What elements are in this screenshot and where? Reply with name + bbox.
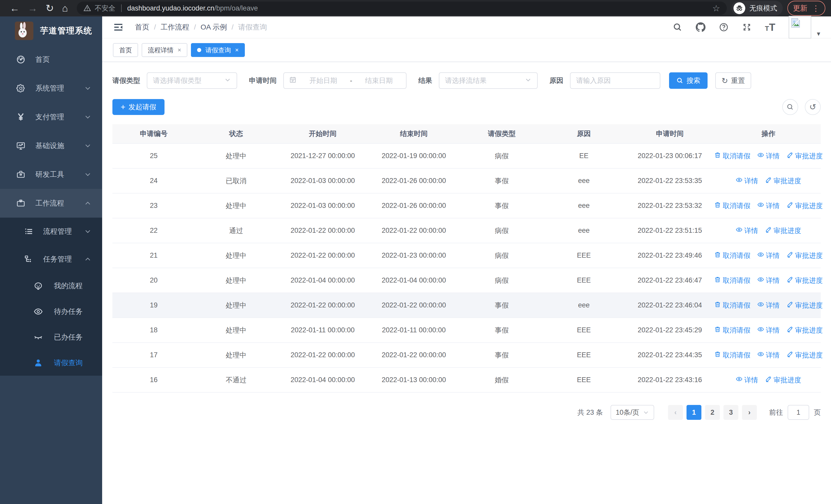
progress-action-link[interactable]: 审批进度 xyxy=(786,326,823,335)
sidebar-item-首页[interactable]: 首页 xyxy=(0,45,102,74)
search-button[interactable]: 搜索 xyxy=(669,72,708,89)
table-row: 18处理中2022-01-11 00:00:002022-01-11 00:00… xyxy=(112,318,821,343)
avatar-dropdown-icon[interactable]: ▾ xyxy=(817,30,820,38)
font-size-icon[interactable]: TT xyxy=(765,22,775,33)
sidebar-item-请假查询[interactable]: 请假查询 xyxy=(0,350,102,376)
detail-action-link[interactable]: 详情 xyxy=(736,226,758,235)
create-leave-button[interactable]: + 发起请假 xyxy=(112,99,165,115)
cell-status: 处理中 xyxy=(195,351,277,360)
cell-reason: EE xyxy=(544,152,624,160)
cancel-action-link[interactable]: 取消请假 xyxy=(714,276,750,285)
trash-icon xyxy=(714,276,721,285)
cell-status: 已取消 xyxy=(195,176,277,185)
page-size-select[interactable]: 10条/页 xyxy=(610,405,654,420)
search-icon[interactable] xyxy=(672,22,682,32)
sidebar-item-研发工具[interactable]: 研发工具 xyxy=(0,160,102,189)
incognito-badge: 无痕模式 xyxy=(732,1,783,16)
avatar[interactable] xyxy=(789,16,811,38)
cancel-action-link[interactable]: 取消请假 xyxy=(714,151,750,161)
tab-请假查询[interactable]: 请假查询× xyxy=(191,43,245,57)
page-button-3[interactable]: 3 xyxy=(723,405,738,420)
goto-page-input[interactable] xyxy=(787,405,809,420)
address-bar[interactable]: 不安全 dashboard.yudao.iocoder.cn/bpm/oa/le… xyxy=(77,2,727,15)
page-button-1[interactable]: 1 xyxy=(687,405,701,420)
url-path: /bpm/oa/leave xyxy=(214,4,258,12)
cell-status: 处理中 xyxy=(195,301,277,310)
browser-update-button[interactable]: 更新 ⋮ xyxy=(787,1,825,16)
sidebar-item-待办任务[interactable]: 待办任务 xyxy=(0,299,102,324)
apply-time-range-picker[interactable]: 开始日期 - 结束日期 xyxy=(283,72,406,89)
sidebar-item-已办任务[interactable]: 已办任务 xyxy=(0,324,102,350)
close-icon[interactable]: × xyxy=(178,47,181,54)
github-icon[interactable] xyxy=(696,22,706,32)
close-icon[interactable]: × xyxy=(235,47,239,54)
leave-type-select[interactable]: 请选择请假类型 xyxy=(147,72,237,89)
omnibox-divider xyxy=(121,4,122,12)
forward-icon[interactable]: → xyxy=(28,3,37,13)
tab-首页[interactable]: 首页 xyxy=(113,43,138,57)
result-select[interactable]: 请选择流结果 xyxy=(439,72,538,89)
progress-action-link[interactable]: 审批进度 xyxy=(786,201,823,210)
refresh-table-button[interactable]: ↺ xyxy=(805,99,821,115)
sidebar-item-系统管理[interactable]: 系统管理 xyxy=(0,74,102,102)
sidebar-item-我的流程[interactable]: 我的流程 xyxy=(0,273,102,299)
action-label: 详情 xyxy=(744,226,758,235)
sidebar-item-流程管理[interactable]: 流程管理 xyxy=(0,217,102,245)
cancel-action-link[interactable]: 取消请假 xyxy=(714,351,750,360)
detail-action-link[interactable]: 详情 xyxy=(757,326,780,335)
detail-action-link[interactable]: 详情 xyxy=(736,176,758,185)
prev-page-button[interactable]: ‹ xyxy=(668,405,683,420)
cancel-action-link[interactable]: 取消请假 xyxy=(714,201,750,210)
breadcrumb-item[interactable]: 首页 xyxy=(135,22,149,32)
detail-action-link[interactable]: 详情 xyxy=(757,201,780,210)
trash-icon xyxy=(714,301,721,310)
date-separator: - xyxy=(350,77,352,85)
progress-action-link[interactable]: 审批进度 xyxy=(786,351,823,360)
toggle-search-button[interactable] xyxy=(782,99,798,115)
tab-流程详情[interactable]: 流程详情× xyxy=(142,43,188,57)
browser-menu-icon[interactable]: ⋮ xyxy=(812,4,820,13)
home-icon[interactable]: ⌂ xyxy=(62,3,68,13)
sidebar-item-label: 待办任务 xyxy=(54,307,83,317)
column-header-操作: 操作 xyxy=(716,129,821,138)
action-label: 详情 xyxy=(744,376,758,385)
bookmark-star-icon[interactable]: ☆ xyxy=(712,3,720,13)
monitor-icon xyxy=(15,141,27,151)
detail-action-link[interactable]: 详情 xyxy=(736,376,758,385)
detail-action-link[interactable]: 详情 xyxy=(757,251,780,260)
reason-input[interactable] xyxy=(570,72,660,89)
cell-id: 17 xyxy=(112,351,195,359)
detail-action-link[interactable]: 详情 xyxy=(757,151,780,161)
reset-button[interactable]: ↻ 重置 xyxy=(715,72,751,89)
breadcrumb-item[interactable]: 工作流程 xyxy=(161,22,190,32)
progress-action-link[interactable]: 审批进度 xyxy=(786,301,823,310)
cancel-action-link[interactable]: 取消请假 xyxy=(714,326,750,335)
progress-action-link[interactable]: 审批进度 xyxy=(765,226,801,235)
fullscreen-icon[interactable] xyxy=(742,22,752,32)
sidebar-item-支付管理[interactable]: 支付管理 xyxy=(0,102,102,131)
sidebar-item-任务管理[interactable]: 任务管理 xyxy=(0,245,102,273)
app-logo-row[interactable]: 芋道管理系统 xyxy=(0,17,102,45)
breadcrumb-item[interactable]: OA 示例 xyxy=(201,22,227,32)
progress-action-link[interactable]: 审批进度 xyxy=(786,251,823,260)
detail-action-link[interactable]: 详情 xyxy=(757,351,780,360)
progress-action-link[interactable]: 审批进度 xyxy=(786,151,823,161)
sidebar-item-工作流程[interactable]: 工作流程 xyxy=(0,189,102,217)
cancel-action-link[interactable]: 取消请假 xyxy=(714,251,750,260)
sidebar-item-基础设施[interactable]: 基础设施 xyxy=(0,131,102,160)
cancel-action-link[interactable]: 取消请假 xyxy=(714,301,750,310)
next-page-button[interactable]: › xyxy=(742,405,757,420)
help-icon[interactable] xyxy=(719,22,728,32)
cell-id: 19 xyxy=(112,301,195,309)
back-icon[interactable]: ← xyxy=(10,3,20,13)
progress-action-link[interactable]: 审批进度 xyxy=(765,376,801,385)
reload-icon[interactable]: ↻ xyxy=(46,3,54,13)
detail-action-link[interactable]: 详情 xyxy=(757,301,780,310)
detail-action-link[interactable]: 详情 xyxy=(757,276,780,285)
collapse-sidebar-icon[interactable] xyxy=(113,22,124,33)
progress-action-link[interactable]: 审批进度 xyxy=(765,176,801,185)
cell-id: 23 xyxy=(112,202,195,210)
cell-reason: EEE xyxy=(544,276,624,284)
page-button-2[interactable]: 2 xyxy=(705,405,720,420)
progress-action-link[interactable]: 审批进度 xyxy=(786,276,823,285)
